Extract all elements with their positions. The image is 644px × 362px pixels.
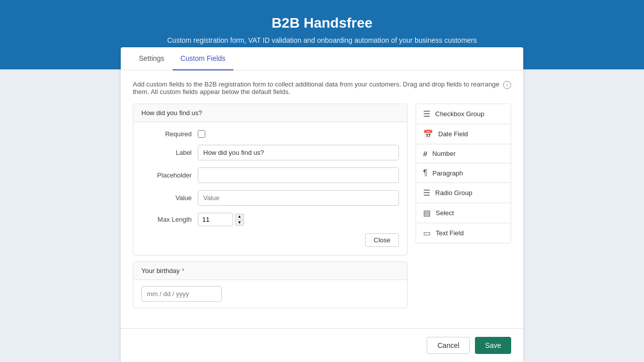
field-editor-header: How did you find us? xyxy=(133,104,407,122)
value-input[interactable] xyxy=(198,190,399,206)
number-icon: # xyxy=(423,149,427,158)
sidebar-item-select[interactable]: ▤ Select xyxy=(416,203,511,223)
checkbox-group-icon: ☰ xyxy=(423,109,430,119)
sidebar-item-label-text-field: Text Field xyxy=(436,229,464,237)
sidebar-item-paragraph[interactable]: ¶ Paragraph xyxy=(416,163,511,183)
tab-custom-fields[interactable]: Custom Fields xyxy=(173,47,233,70)
page-subtitle: Custom registration form, VAT ID validat… xyxy=(10,36,634,44)
sidebar-item-label-paragraph: Paragraph xyxy=(433,169,463,177)
birthday-title: Your birthday xyxy=(141,267,180,275)
field-type-list: ☰ Checkbox Group 📅 Date Field # Number xyxy=(416,104,511,243)
description-text: Add custom fields to the B2B registratio… xyxy=(133,80,500,96)
sidebar-item-label-checkbox-group: Checkbox Group xyxy=(435,110,485,118)
field-editor-card: How did you find us? Required xyxy=(133,104,408,255)
description-area: Add custom fields to the B2B registratio… xyxy=(133,80,511,96)
tab-settings[interactable]: Settings xyxy=(131,47,173,70)
max-length-input[interactable] xyxy=(198,213,233,226)
radio-group-icon: ☰ xyxy=(423,188,430,198)
label-row: Label xyxy=(141,145,399,160)
required-label: Required xyxy=(141,130,192,138)
sidebar-item-checkbox-group[interactable]: ☰ Checkbox Group xyxy=(416,104,511,124)
sidebar-item-radio-group[interactable]: ☰ Radio Group xyxy=(416,183,511,203)
birthday-required-star: * xyxy=(182,267,184,275)
birthday-date-input[interactable] xyxy=(141,286,222,302)
field-type-sidebar: ☰ Checkbox Group 📅 Date Field # Number xyxy=(416,104,511,308)
cancel-button[interactable]: Cancel xyxy=(427,337,470,354)
tab-bar: Settings Custom Fields xyxy=(121,47,523,70)
sidebar-item-label-date-field: Date Field xyxy=(438,130,468,138)
close-button[interactable]: Close xyxy=(365,233,399,247)
sidebar-item-label-radio-group: Radio Group xyxy=(435,189,472,197)
select-icon: ▤ xyxy=(423,208,431,218)
footer: Cancel Save xyxy=(121,328,523,358)
birthday-header: Your birthday * xyxy=(133,262,407,280)
value-label: Value xyxy=(141,194,192,202)
left-panel: How did you find us? Required xyxy=(133,104,408,308)
label-label: Label xyxy=(141,149,192,156)
spinner-buttons: ▲ ▼ xyxy=(235,214,244,226)
sidebar-item-date-field[interactable]: 📅 Date Field xyxy=(416,124,511,144)
required-checkbox-wrap xyxy=(198,130,205,138)
required-row: Required xyxy=(141,130,399,138)
spinner-up-button[interactable]: ▲ xyxy=(235,214,244,220)
max-length-label: Max Length xyxy=(141,216,192,223)
value-row: Value xyxy=(141,190,399,206)
placeholder-label: Placeholder xyxy=(141,171,192,179)
max-length-row: Max Length ▲ ▼ xyxy=(141,213,399,226)
label-input[interactable] xyxy=(198,145,399,160)
placeholder-row: Placeholder xyxy=(141,167,399,183)
spinner-down-button[interactable]: ▼ xyxy=(235,220,244,226)
info-icon[interactable]: i xyxy=(503,81,511,89)
sidebar-item-label-number: Number xyxy=(432,150,455,157)
max-length-spinner: ▲ ▼ xyxy=(198,213,244,226)
sidebar-item-label-select: Select xyxy=(436,209,454,217)
sidebar-item-number[interactable]: # Number xyxy=(416,144,511,163)
birthday-field-card: Your birthday * xyxy=(133,261,408,308)
date-field-icon: 📅 xyxy=(423,129,433,139)
paragraph-icon: ¶ xyxy=(423,168,428,177)
text-field-icon: ▭ xyxy=(423,228,431,238)
placeholder-input[interactable] xyxy=(198,167,399,183)
page-title: B2B Handsfree xyxy=(10,15,634,31)
required-checkbox[interactable] xyxy=(198,130,205,138)
birthday-body xyxy=(133,280,407,308)
save-button[interactable]: Save xyxy=(475,337,511,354)
close-button-wrap: Close xyxy=(141,233,399,247)
field-editor-body: Required Label xyxy=(133,122,407,255)
sidebar-item-text-field[interactable]: ▭ Text Field xyxy=(416,223,511,243)
